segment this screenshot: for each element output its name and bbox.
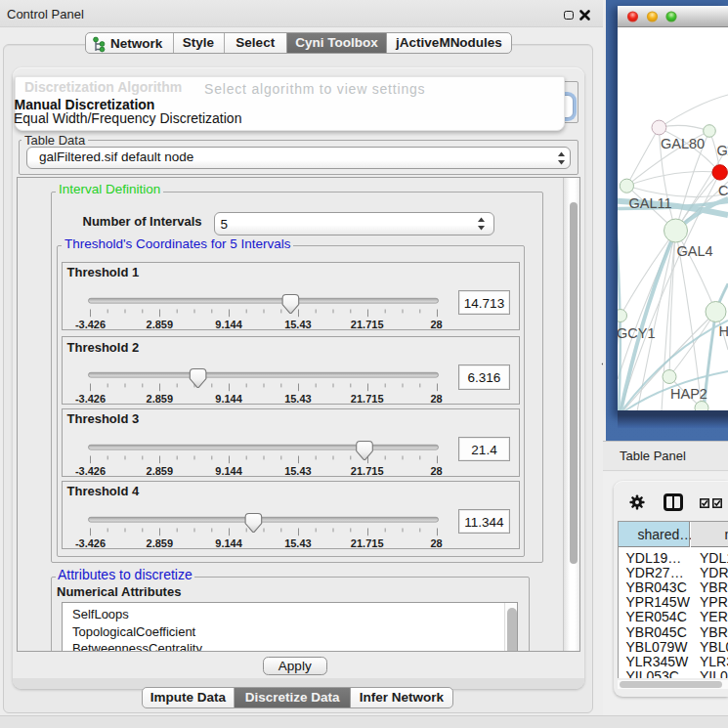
svg-text:15.43: 15.43 [284, 318, 312, 329]
svg-text:-3.426: -3.426 [74, 536, 105, 548]
svg-text:HA: HA [719, 323, 728, 339]
svg-text:21.715: 21.715 [350, 318, 383, 329]
svg-text:21.715: 21.715 [350, 536, 383, 548]
svg-text:GAL: GAL [717, 143, 728, 158]
svg-text:15.43: 15.43 [284, 464, 312, 476]
svg-text:9.144: 9.144 [215, 318, 242, 329]
svg-text:9.144: 9.144 [215, 464, 242, 476]
svg-text:GAL11: GAL11 [629, 195, 672, 211]
svg-text:GCY1: GCY1 [618, 325, 656, 341]
svg-text:9.144: 9.144 [215, 536, 242, 548]
svg-text:CYC: CYC [718, 183, 728, 198]
svg-text:HAP2: HAP2 [670, 386, 707, 402]
svg-text:2.859: 2.859 [146, 393, 173, 405]
svg-text:9.144: 9.144 [215, 393, 242, 405]
svg-text:2.859: 2.859 [146, 536, 173, 548]
svg-text:28: 28 [430, 393, 442, 405]
svg-text:21.715: 21.715 [350, 393, 383, 405]
svg-text:15.43: 15.43 [284, 536, 312, 548]
svg-text:28: 28 [430, 464, 442, 476]
svg-text:2.859: 2.859 [146, 318, 173, 329]
svg-text:GAL4: GAL4 [677, 243, 713, 259]
svg-text:-3.426: -3.426 [74, 318, 105, 329]
svg-text:28: 28 [430, 536, 442, 548]
svg-text:-3.426: -3.426 [74, 464, 105, 476]
svg-text:-3.426: -3.426 [74, 393, 105, 405]
svg-text:2.859: 2.859 [146, 464, 173, 476]
svg-text:21.715: 21.715 [350, 464, 383, 476]
svg-text:GAL80: GAL80 [661, 136, 705, 151]
svg-text:15.43: 15.43 [284, 393, 312, 405]
svg-text:28: 28 [430, 318, 442, 329]
